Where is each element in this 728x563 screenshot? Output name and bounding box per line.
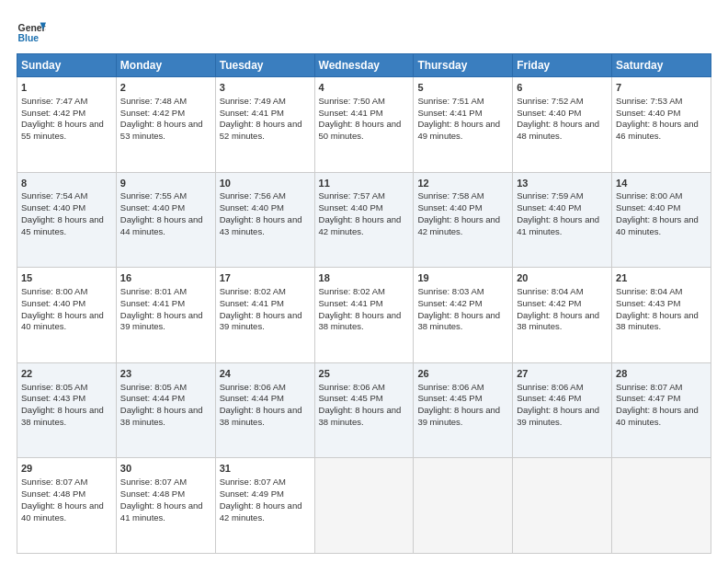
calendar-cell: 25Sunrise: 8:06 AMSunset: 4:45 PMDayligh… [314,362,414,458]
calendar-cell: 6Sunrise: 7:52 AMSunset: 4:40 PMDaylight… [513,77,612,173]
calendar-cell: 23Sunrise: 8:05 AMSunset: 4:44 PMDayligh… [116,362,215,458]
day-number: 3 [220,81,311,95]
calendar-table: SundayMondayTuesdayWednesdayThursdayFrid… [17,53,711,554]
day-number: 4 [319,81,410,95]
calendar-cell: 31Sunrise: 8:07 AMSunset: 4:49 PMDayligh… [215,458,314,554]
day-number: 8 [21,177,112,190]
day-number: 28 [616,367,707,381]
day-number: 19 [417,271,508,285]
day-number: 10 [220,177,311,190]
calendar-cell: 24Sunrise: 8:06 AMSunset: 4:44 PMDayligh… [215,362,314,458]
calendar-cell: 29Sunrise: 8:07 AMSunset: 4:48 PMDayligh… [17,458,117,554]
calendar-week-row: 15Sunrise: 8:00 AMSunset: 4:40 PMDayligh… [17,268,711,363]
day-number: 16 [120,271,211,285]
day-number: 6 [517,81,608,95]
calendar-cell: 8Sunrise: 7:54 AMSunset: 4:40 PMDaylight… [17,172,117,268]
day-number: 13 [517,177,608,190]
calendar-cell [314,458,414,554]
day-number: 12 [417,177,508,190]
calendar-week-row: 8Sunrise: 7:54 AMSunset: 4:40 PMDaylight… [17,172,711,268]
calendar-cell: 7Sunrise: 7:53 AMSunset: 4:40 PMDaylight… [612,77,711,173]
calendar-cell: 17Sunrise: 8:02 AMSunset: 4:41 PMDayligh… [215,268,314,363]
calendar-cell: 12Sunrise: 7:58 AMSunset: 4:40 PMDayligh… [414,172,513,268]
day-number: 27 [517,367,608,381]
calendar-day-header: Sunday [17,54,117,77]
calendar-cell: 22Sunrise: 8:05 AMSunset: 4:43 PMDayligh… [17,362,117,458]
svg-text:Blue: Blue [18,33,40,43]
calendar-day-header: Thursday [414,54,513,77]
day-number: 15 [21,271,112,285]
logo-icon: General Blue [17,17,46,46]
day-number: 31 [220,462,311,476]
calendar-cell: 10Sunrise: 7:56 AMSunset: 4:40 PMDayligh… [215,172,314,268]
calendar-header-row: SundayMondayTuesdayWednesdayThursdayFrid… [17,54,711,77]
calendar-cell: 3Sunrise: 7:49 AMSunset: 4:41 PMDaylight… [215,77,314,173]
day-number: 9 [120,177,211,190]
day-number: 24 [220,367,311,381]
day-number: 2 [120,81,211,95]
day-number: 7 [616,81,707,95]
day-number: 17 [220,271,311,285]
page: General Blue SundayMondayTuesdayWednesda… [0,0,728,563]
calendar-cell [513,458,612,554]
calendar-cell: 20Sunrise: 8:04 AMSunset: 4:42 PMDayligh… [513,268,612,363]
day-number: 25 [319,367,410,381]
calendar-cell: 9Sunrise: 7:55 AMSunset: 4:40 PMDaylight… [116,172,215,268]
day-number: 22 [21,367,112,381]
calendar-day-header: Tuesday [215,54,314,77]
calendar-cell: 5Sunrise: 7:51 AMSunset: 4:41 PMDaylight… [414,77,513,173]
calendar-cell: 1Sunrise: 7:47 AMSunset: 4:42 PMDaylight… [17,77,117,173]
calendar-cell: 21Sunrise: 8:04 AMSunset: 4:43 PMDayligh… [612,268,711,363]
calendar-day-header: Friday [513,54,612,77]
day-number: 14 [616,177,707,190]
calendar-cell: 11Sunrise: 7:57 AMSunset: 4:40 PMDayligh… [314,172,414,268]
calendar-cell: 14Sunrise: 8:00 AMSunset: 4:40 PMDayligh… [612,172,711,268]
day-number: 26 [417,367,508,381]
day-number: 21 [616,271,707,285]
day-number: 5 [417,81,508,95]
calendar-cell: 13Sunrise: 7:59 AMSunset: 4:40 PMDayligh… [513,172,612,268]
day-number: 30 [120,462,211,476]
calendar-cell: 2Sunrise: 7:48 AMSunset: 4:42 PMDaylight… [116,77,215,173]
calendar-cell: 30Sunrise: 8:07 AMSunset: 4:48 PMDayligh… [116,458,215,554]
day-number: 23 [120,367,211,381]
calendar-cell: 19Sunrise: 8:03 AMSunset: 4:42 PMDayligh… [414,268,513,363]
calendar-cell: 4Sunrise: 7:50 AMSunset: 4:41 PMDaylight… [314,77,414,173]
calendar-cell: 26Sunrise: 8:06 AMSunset: 4:45 PMDayligh… [414,362,513,458]
calendar-day-header: Monday [116,54,215,77]
day-number: 29 [21,462,112,476]
header: General Blue [17,17,711,46]
calendar-cell: 18Sunrise: 8:02 AMSunset: 4:41 PMDayligh… [314,268,414,363]
calendar-cell: 15Sunrise: 8:00 AMSunset: 4:40 PMDayligh… [17,268,117,363]
calendar-cell: 27Sunrise: 8:06 AMSunset: 4:46 PMDayligh… [513,362,612,458]
calendar-cell: 28Sunrise: 8:07 AMSunset: 4:47 PMDayligh… [612,362,711,458]
calendar-cell [414,458,513,554]
calendar-day-header: Saturday [612,54,711,77]
calendar-week-row: 22Sunrise: 8:05 AMSunset: 4:43 PMDayligh… [17,362,711,458]
logo: General Blue [17,17,46,46]
calendar-day-header: Wednesday [314,54,414,77]
calendar-week-row: 1Sunrise: 7:47 AMSunset: 4:42 PMDaylight… [17,77,711,173]
calendar-cell: 16Sunrise: 8:01 AMSunset: 4:41 PMDayligh… [116,268,215,363]
day-number: 20 [517,271,608,285]
calendar-cell [612,458,711,554]
calendar-week-row: 29Sunrise: 8:07 AMSunset: 4:48 PMDayligh… [17,458,711,554]
day-number: 11 [319,177,410,190]
day-number: 18 [319,271,410,285]
day-number: 1 [21,81,112,95]
